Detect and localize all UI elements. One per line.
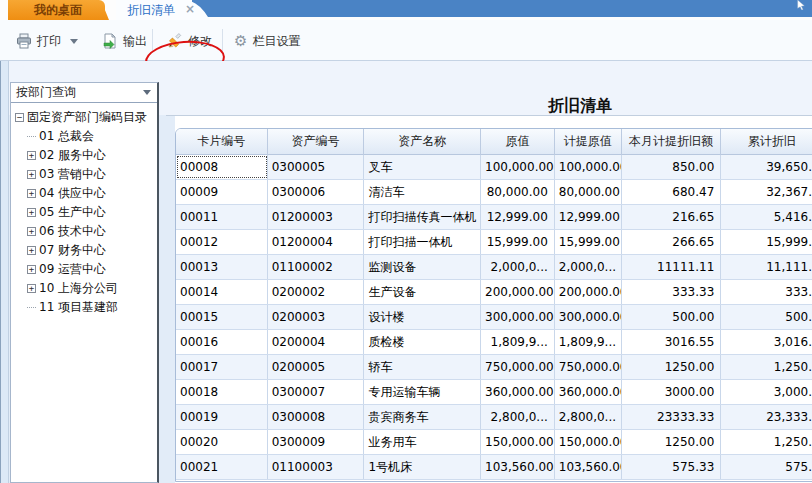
table-cell[interactable]: 15,999.00 <box>481 230 555 254</box>
table-cell[interactable]: 0200004 <box>268 330 365 354</box>
tab-depreciation-list-label[interactable]: 折旧清单 <box>120 0 182 20</box>
table-cell[interactable]: 00013 <box>176 255 268 279</box>
column-header[interactable]: 资产编号 <box>268 129 365 155</box>
collapse-icon[interactable]: − <box>15 113 24 122</box>
table-cell[interactable]: 200,000.00 <box>555 280 622 304</box>
column-header[interactable]: 计提原值 <box>555 129 622 155</box>
table-cell[interactable]: 打印扫描传真一体机 <box>364 205 481 229</box>
table-cell[interactable]: 0200003 <box>268 305 365 329</box>
table-cell[interactable]: 80,000.00 <box>555 180 622 204</box>
expand-icon[interactable]: + <box>27 189 36 198</box>
table-cell[interactable]: 32,367. <box>721 180 812 204</box>
table-cell[interactable]: 103,560.00 <box>481 455 555 479</box>
tree-item[interactable]: +07 财务中心 <box>15 241 157 260</box>
table-cell[interactable]: 00016 <box>176 330 268 354</box>
table-cell[interactable]: 设计楼 <box>364 305 481 329</box>
table-cell[interactable]: 专用运输车辆 <box>364 380 481 404</box>
table-cell[interactable]: 2,000,0... <box>555 255 622 279</box>
table-cell[interactable]: 3,000. <box>721 380 812 404</box>
table-cell[interactable]: 0300005 <box>268 155 365 179</box>
table-cell[interactable]: 12,999.00 <box>555 205 622 229</box>
modify-button[interactable]: 修改 <box>163 28 216 54</box>
table-cell[interactable]: 2,800,0... <box>555 405 622 429</box>
table-cell[interactable]: 150,000.00 <box>555 430 622 454</box>
table-cell[interactable]: 业务用车 <box>364 430 481 454</box>
table-cell[interactable]: 680.47 <box>622 180 722 204</box>
column-header[interactable]: 累计折旧 <box>721 129 812 155</box>
tree-item[interactable]: +05 生产中心 <box>15 203 157 222</box>
table-cell[interactable]: 生产设备 <box>364 280 481 304</box>
table-cell[interactable]: 333. <box>721 280 812 304</box>
expand-icon[interactable]: + <box>27 227 36 236</box>
tab-my-desktop-label[interactable]: 我的桌面 <box>8 0 108 20</box>
table-cell[interactable]: 0300009 <box>268 430 365 454</box>
tab-close-icon[interactable]: × <box>182 0 198 20</box>
table-cell[interactable]: 333.33 <box>622 280 722 304</box>
table-cell[interactable]: 266.65 <box>622 230 722 254</box>
table-cell[interactable]: 1250.00 <box>622 355 722 379</box>
table-cell[interactable]: 00008 <box>176 155 268 179</box>
table-cell[interactable]: 500. <box>721 305 812 329</box>
table-cell[interactable]: 00011 <box>176 205 268 229</box>
column-settings-button[interactable]: ⚙ 栏目设置 <box>230 28 304 54</box>
print-button[interactable]: 打印 <box>12 28 65 54</box>
table-cell[interactable]: 0200005 <box>268 355 365 379</box>
table-cell[interactable]: 360,000.00 <box>481 380 555 404</box>
table-cell[interactable]: 575.33 <box>622 455 722 479</box>
table-cell[interactable]: 1250.00 <box>622 430 722 454</box>
tree-item[interactable]: +06 技术中心 <box>15 222 157 241</box>
table-cell[interactable]: 300,000.00 <box>481 305 555 329</box>
table-cell[interactable]: 00020 <box>176 430 268 454</box>
table-cell[interactable]: 5,416. <box>721 205 812 229</box>
table-cell[interactable]: 2,000,0... <box>481 255 555 279</box>
table-cell[interactable]: 1,809,9... <box>481 330 555 354</box>
tree-item[interactable]: +09 运营中心 <box>15 260 157 279</box>
tree-item[interactable]: 01 总裁会 <box>15 127 157 146</box>
table-cell[interactable]: 11,111. <box>721 255 812 279</box>
expand-icon[interactable]: + <box>27 284 36 293</box>
table-cell[interactable]: 103,560.00 <box>555 455 622 479</box>
table-cell[interactable]: 贵宾商务车 <box>364 405 481 429</box>
table-cell[interactable]: 3000.00 <box>622 380 722 404</box>
expand-icon[interactable]: + <box>27 208 36 217</box>
table-cell[interactable]: 清洁车 <box>364 180 481 204</box>
table-cell[interactable]: 监测设备 <box>364 255 481 279</box>
table-cell[interactable]: 300,000.00 <box>555 305 622 329</box>
expand-icon[interactable]: + <box>27 246 36 255</box>
table-cell[interactable]: 11111.11 <box>622 255 722 279</box>
expand-icon[interactable]: + <box>27 170 36 179</box>
table-cell[interactable]: 00014 <box>176 280 268 304</box>
table-cell[interactable]: 850.00 <box>622 155 722 179</box>
table-cell[interactable]: 00019 <box>176 405 268 429</box>
table-cell[interactable]: 0300008 <box>268 405 365 429</box>
table-cell[interactable]: 3,016. <box>721 330 812 354</box>
table-cell[interactable]: 质检楼 <box>364 330 481 354</box>
table-cell[interactable]: 00021 <box>176 455 268 479</box>
table-cell[interactable]: 12,999.00 <box>481 205 555 229</box>
tree-item[interactable]: +02 服务中心 <box>15 146 157 165</box>
tree-item[interactable]: +10 上海分公司 <box>15 279 157 298</box>
table-cell[interactable]: 00018 <box>176 380 268 404</box>
expand-icon[interactable]: + <box>27 151 36 160</box>
table-cell[interactable]: 01100002 <box>268 255 365 279</box>
table-cell[interactable]: 1,809,9... <box>555 330 622 354</box>
table-cell[interactable]: 360,000.00 <box>555 380 622 404</box>
tree-item[interactable]: 11 项目基建部 <box>15 298 157 317</box>
table-cell[interactable]: 2,800,0... <box>481 405 555 429</box>
table-cell[interactable]: 100,000.00 <box>555 155 622 179</box>
table-cell[interactable]: 轿车 <box>364 355 481 379</box>
table-cell[interactable]: 150,000.00 <box>481 430 555 454</box>
table-cell[interactable]: 01200004 <box>268 230 365 254</box>
table-cell[interactable]: 3016.55 <box>622 330 722 354</box>
table-cell[interactable]: 00012 <box>176 230 268 254</box>
tree-root-item[interactable]: − 固定资产部门编码目录 <box>15 108 157 127</box>
table-cell[interactable]: 0300006 <box>268 180 365 204</box>
table-cell[interactable]: 15,999. <box>721 230 812 254</box>
table-cell[interactable]: 01200003 <box>268 205 365 229</box>
table-cell[interactable]: 15,999.00 <box>555 230 622 254</box>
left-splitter-strip[interactable] <box>0 61 9 483</box>
tree-item[interactable]: +04 供应中心 <box>15 184 157 203</box>
export-button[interactable]: 输出 <box>98 28 151 54</box>
query-mode-dropdown[interactable]: 按部门查询 <box>11 83 157 103</box>
table-cell[interactable]: 80,000.00 <box>481 180 555 204</box>
